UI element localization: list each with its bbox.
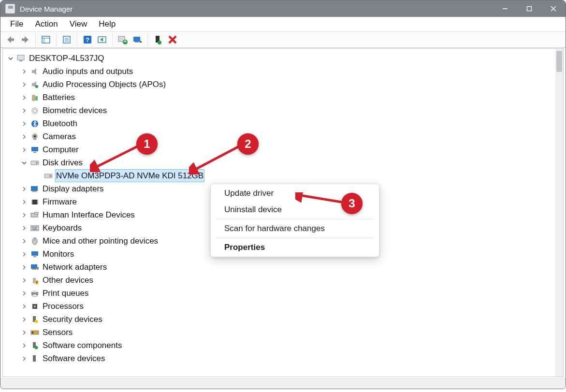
scan-button[interactable] [95,33,109,46]
svg-rect-70 [32,269,36,270]
tree-item-processors[interactable]: Processors [7,300,563,313]
svg-rect-60 [32,227,33,228]
menu-help[interactable]: Help [93,18,121,30]
chevron-right-icon[interactable] [20,224,28,232]
tree-item-cameras[interactable]: Cameras [7,130,563,143]
tree-item-sw-devices[interactable]: Software devices [7,352,563,365]
chevron-right-icon[interactable] [20,68,28,75]
tree-item-sensors[interactable]: Sensors [7,326,563,339]
tree-item-other[interactable]: ? Other devices [7,274,563,287]
svg-rect-42 [31,147,38,151]
titlebar[interactable]: Device Manager [0,0,566,17]
vertical-scrollbar[interactable] [555,49,563,377]
node-label: Sensors [42,326,73,339]
chevron-right-icon[interactable] [20,263,28,271]
node-label: Audio inputs and outputs [42,65,134,78]
svg-rect-62 [35,227,36,228]
toolbar: ? [0,31,566,48]
node-label: Processors [42,300,85,313]
svg-rect-61 [33,227,34,228]
disk-icon [30,159,40,167]
node-label: Cameras [42,130,77,143]
fingerprint-icon [30,106,40,115]
chevron-right-icon[interactable] [20,81,28,88]
tree-item-bluetooth[interactable]: Bluetooth [7,117,563,130]
close-button[interactable] [541,0,566,17]
help-button[interactable]: ? [80,33,95,46]
tree-item-network[interactable]: Network adapters [7,261,563,274]
chip-icon [30,198,40,206]
uninstall-device-button[interactable] [165,33,180,46]
annotation-badge-1: 1 [136,133,158,155]
node-label: Other devices [42,274,94,287]
chevron-down-icon[interactable] [20,159,28,167]
back-button[interactable] [3,33,18,46]
tree-item-audio-io[interactable]: Audio inputs and outputs [7,65,563,78]
scrollbar-thumb[interactable] [556,51,562,72]
window-title: Device Manager [20,5,73,13]
chevron-down-icon[interactable] [7,55,15,62]
annotation-arrow-1 [90,143,143,172]
node-label: Disk drives [42,156,84,169]
svg-rect-49 [32,191,37,192]
hid-icon [30,211,40,219]
svg-marker-18 [100,38,103,42]
node-label: Biometric devices [42,104,108,117]
chevron-right-icon[interactable] [20,303,28,310]
device-icon [30,354,40,363]
chevron-right-icon[interactable] [20,355,28,363]
chevron-right-icon[interactable] [20,250,28,258]
svg-marker-4 [7,36,11,43]
chevron-right-icon[interactable] [20,342,28,349]
chevron-right-icon[interactable] [20,185,28,193]
annotation-arrow-2 [189,143,245,174]
tree-item-apos[interactable]: Audio Processing Objects (APOs) [7,78,563,91]
svg-rect-64 [32,229,37,230]
chevron-right-icon[interactable] [20,133,28,141]
ctx-scan-hardware[interactable]: Scan for hardware changes [211,220,379,237]
tree-item-security[interactable]: Security devices [7,313,563,326]
menu-action[interactable]: Action [29,18,63,30]
svg-rect-29 [17,55,24,60]
svg-rect-5 [11,39,14,41]
enable-device-button[interactable] [151,33,165,46]
ctx-properties[interactable]: Properties [211,239,379,256]
svg-line-92 [300,195,341,202]
svg-point-36 [32,108,38,114]
node-label: Audio Processing Objects (APOs) [42,78,167,91]
chevron-right-icon[interactable] [20,329,28,336]
menu-file[interactable]: File [4,18,29,30]
show-hidden-button[interactable] [39,33,53,46]
node-label: Bluetooth [42,117,78,130]
properties-button[interactable] [59,33,74,46]
chevron-right-icon[interactable] [20,316,28,323]
svg-text:?: ? [86,36,89,44]
chevron-right-icon[interactable] [20,290,28,297]
chevron-right-icon[interactable] [20,120,28,128]
minimize-button[interactable] [493,0,517,17]
update-driver-button[interactable] [116,33,130,46]
svg-marker-6 [25,36,29,43]
chevron-right-icon[interactable] [20,237,28,245]
tree-root[interactable]: DESKTOP-4L537JQ [7,52,563,65]
tree-item-print-queues[interactable]: Print queues [7,287,563,300]
chevron-right-icon[interactable] [20,276,28,284]
maximize-button[interactable] [517,0,541,17]
chevron-right-icon[interactable] [20,146,28,154]
disable-device-button[interactable] [130,33,145,46]
tree-item-biometric[interactable]: Biometric devices [7,104,563,117]
node-label: Network adapters [42,261,108,274]
tree-item-sw-components[interactable]: Software components [7,339,563,352]
forward-button[interactable] [18,33,32,46]
chevron-right-icon[interactable] [20,211,28,219]
keyboard-icon [30,224,40,232]
chevron-right-icon[interactable] [20,94,28,102]
menubar: File Action View Help [0,17,566,31]
chevron-right-icon[interactable] [20,107,28,115]
unknown-device-icon: ? [30,276,40,285]
menu-view[interactable]: View [64,18,93,30]
tree-item-batteries[interactable]: Batteries [7,91,563,104]
node-label: Firmware [42,195,78,208]
chevron-right-icon[interactable] [20,198,28,206]
disk-icon [44,172,53,180]
